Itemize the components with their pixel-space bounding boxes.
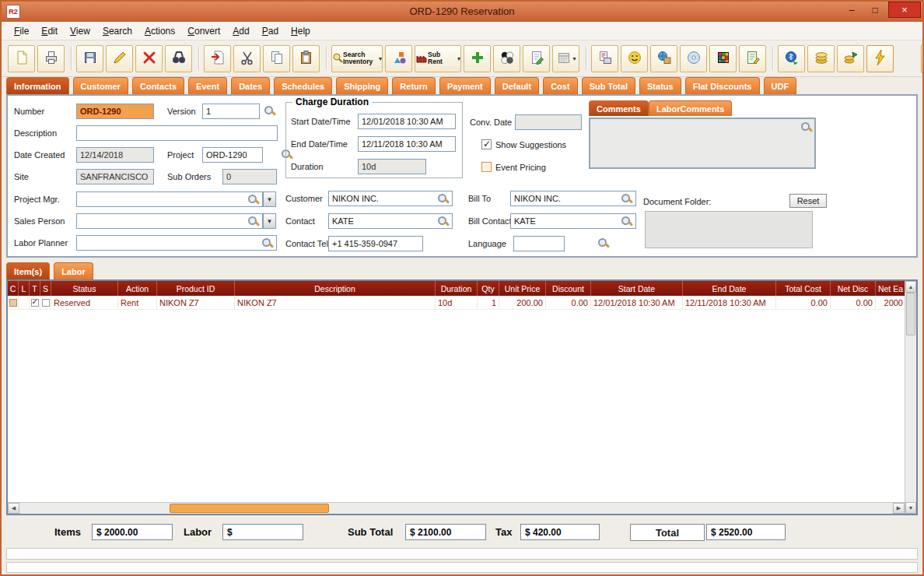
labor-planner-search-icon[interactable] <box>261 237 273 249</box>
version-field[interactable]: 1 <box>202 104 260 119</box>
edit-sheet-button[interactable] <box>739 45 766 72</box>
start-datetime-field[interactable]: 12/01/2018 10:30 AM <box>358 114 456 129</box>
quick-flash-button[interactable] <box>866 45 894 72</box>
number-field[interactable]: ORD-1290 <box>76 104 154 119</box>
shipping-globe-button[interactable] <box>650 45 677 72</box>
calendar-button[interactable] <box>552 45 579 72</box>
project-mgr-field[interactable] <box>76 191 263 207</box>
items-total-field[interactable]: $ 2000.00 <box>92 524 173 540</box>
sub-rent-button[interactable]: Sub Rent <box>415 45 461 72</box>
labor-total-field[interactable]: $ <box>222 524 303 540</box>
menu-convert[interactable]: Convert <box>181 23 226 39</box>
tab-event[interactable]: Event <box>188 77 227 94</box>
col-qty[interactable]: Qty <box>478 281 499 296</box>
tab-customer[interactable]: Customer <box>73 77 128 94</box>
minimize-button[interactable]: – <box>840 2 863 18</box>
menu-help[interactable]: Help <box>285 23 317 39</box>
tab-dates[interactable]: Dates <box>231 77 270 94</box>
col-end-date[interactable]: End Date <box>683 281 776 296</box>
total-field[interactable]: $ 2520.00 <box>706 524 786 540</box>
search-inventory-button[interactable]: Search Inventory <box>331 45 383 72</box>
close-button[interactable]: × <box>888 2 921 18</box>
menu-edit[interactable]: Edit <box>35 23 64 39</box>
print-button[interactable] <box>37 45 65 72</box>
tax-field[interactable]: $ 420.00 <box>520 524 600 540</box>
tab-comments[interactable]: Comments <box>589 100 649 116</box>
col-duration[interactable]: Duration <box>436 281 478 296</box>
group-items-button[interactable] <box>493 45 520 72</box>
scroll-down-icon[interactable] <box>905 502 916 514</box>
reset-button[interactable]: Reset <box>789 194 827 208</box>
notes-button[interactable] <box>523 45 550 72</box>
comments-textarea[interactable] <box>589 118 816 169</box>
convert-export-button[interactable] <box>204 45 231 72</box>
dropdown-arrow-icon[interactable] <box>379 55 382 62</box>
cube-button[interactable] <box>709 45 737 72</box>
exit-button[interactable]: EXIT <box>921 44 924 73</box>
menu-pad[interactable]: Pad <box>256 23 285 39</box>
paste-button[interactable] <box>292 45 320 72</box>
labor-planner-field[interactable] <box>76 235 277 251</box>
money-button[interactable] <box>807 45 835 72</box>
tab-schedules[interactable]: Schedules <box>274 77 332 94</box>
menu-search[interactable]: Search <box>96 23 138 39</box>
tab-udf[interactable]: UDF <box>764 77 797 94</box>
sales-person-dropdown[interactable] <box>263 213 276 229</box>
sales-person-field[interactable] <box>76 213 263 229</box>
project-field[interactable]: ORD-1290 <box>202 147 263 163</box>
comments-search-icon[interactable] <box>800 121 812 133</box>
event-pricing-checkbox[interactable] <box>481 162 492 172</box>
col-action[interactable]: Action <box>118 281 157 296</box>
scroll-left-icon[interactable] <box>8 503 19 514</box>
document-folder-box[interactable] <box>645 211 813 248</box>
smiley-button[interactable] <box>621 45 648 72</box>
customer-search-icon[interactable] <box>437 193 449 205</box>
col-s[interactable]: S <box>40 281 51 296</box>
tab-sub-total[interactable]: Sub Total <box>582 77 635 94</box>
vertical-scroll-thumb[interactable] <box>906 293 915 335</box>
row-l-cell[interactable] <box>19 296 30 309</box>
tab-flat-discounts[interactable]: Flat Discounts <box>685 77 760 94</box>
version-search-icon[interactable] <box>264 105 275 117</box>
col-net-ea[interactable]: Net Ea <box>876 281 905 296</box>
bill-contact-field[interactable]: KATE <box>510 213 636 229</box>
dropdown-arrow-icon[interactable] <box>573 55 576 62</box>
show-suggestions-checkbox[interactable] <box>481 139 492 149</box>
money-export-button[interactable] <box>837 45 864 72</box>
col-c[interactable]: C <box>8 281 19 296</box>
tab-labor[interactable]: Labor <box>54 262 93 279</box>
tab-return[interactable]: Return <box>392 77 435 94</box>
new-document-button[interactable] <box>8 45 35 72</box>
tab-payment[interactable]: Payment <box>439 77 491 94</box>
customer-field[interactable]: NIKON INC. <box>328 191 453 206</box>
tab-shipping[interactable]: Shipping <box>336 77 388 94</box>
contact-search-icon[interactable] <box>437 216 449 227</box>
contact-field[interactable]: KATE <box>328 213 453 229</box>
menu-view[interactable]: View <box>64 23 96 39</box>
find-button[interactable] <box>165 45 192 72</box>
col-net-disc[interactable]: Net Disc <box>831 281 876 296</box>
row-t-checkbox[interactable] <box>31 299 39 307</box>
tab-items[interactable]: Item(s) <box>6 262 50 279</box>
tab-contacts[interactable]: Contacts <box>132 77 184 94</box>
end-datetime-field[interactable]: 12/11/2018 10:30 AM <box>358 136 456 152</box>
sub-total-field[interactable]: $ 2100.00 <box>405 524 486 540</box>
menu-add[interactable]: Add <box>226 23 255 39</box>
col-l[interactable]: L <box>19 281 30 296</box>
language-field[interactable] <box>513 236 565 251</box>
scroll-right-icon[interactable] <box>893 503 905 514</box>
title-bar[interactable]: R2 ORD-1290 Reservation – □ × <box>2 2 922 22</box>
bill-contact-search-icon[interactable] <box>621 216 632 227</box>
menu-file[interactable]: File <box>8 23 35 39</box>
col-t[interactable]: T <box>30 281 40 296</box>
col-discount[interactable]: Discount <box>546 281 591 296</box>
delete-button[interactable] <box>135 45 163 72</box>
tab-default[interactable]: Default <box>495 77 539 94</box>
save-button[interactable] <box>76 45 103 72</box>
tab-labor-comments[interactable]: LaborComments <box>649 100 732 116</box>
maximize-button[interactable]: □ <box>863 2 887 18</box>
dropdown-arrow-icon[interactable] <box>457 55 460 62</box>
col-unit-price[interactable]: Unit Price <box>499 281 546 296</box>
language-search-icon[interactable] <box>597 237 609 249</box>
row-c-checkbox[interactable] <box>9 299 17 307</box>
